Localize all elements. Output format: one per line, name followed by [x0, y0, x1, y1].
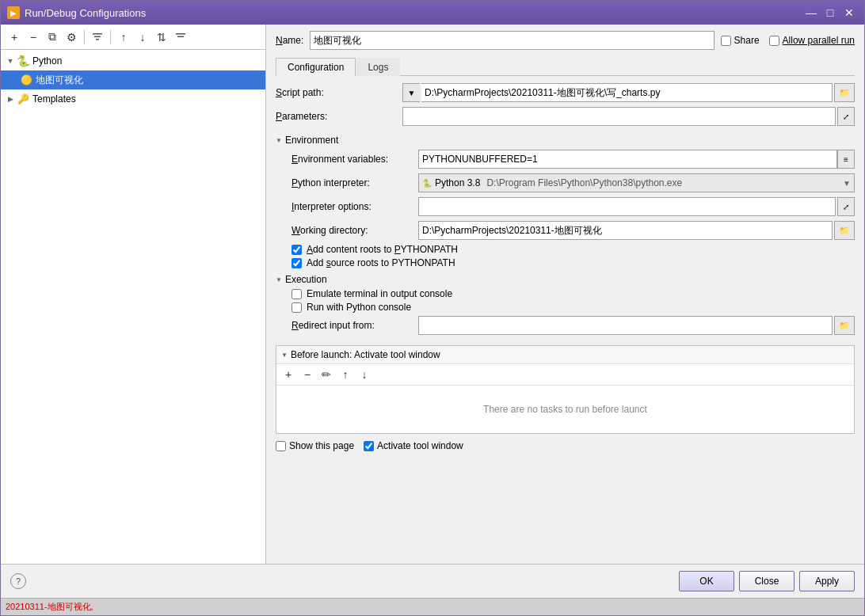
environment-section-title: Environment	[285, 135, 338, 146]
status-text: 20210311-地图可视化,	[6, 601, 93, 613]
app-icon: ▶	[7, 6, 20, 19]
before-launch-up-btn[interactable]: ↑	[337, 366, 354, 383]
script-path-input[interactable]	[421, 83, 833, 102]
script-path-dropdown-btn[interactable]: ▼	[402, 83, 420, 102]
config-icon: 🟡	[20, 74, 32, 86]
maximize-button[interactable]: □	[821, 4, 839, 21]
env-collapse-icon[interactable]: ▼	[276, 137, 282, 144]
run-python-console-checkbox[interactable]	[292, 302, 302, 313]
before-launch-toolbar: + − ✏ ↑ ↓	[276, 364, 854, 386]
svg-rect-2	[96, 39, 99, 40]
parameters-expand-btn[interactable]: ⤢	[837, 107, 855, 126]
activate-tool-label[interactable]: Activate tool window	[364, 440, 463, 451]
interpreter-options-expand-btn[interactable]: ⤢	[837, 197, 855, 216]
move-down-button[interactable]: ↓	[134, 29, 151, 46]
name-field-label: Name:	[276, 35, 303, 46]
before-launch-title: Before launch: Activate tool window	[291, 349, 440, 360]
before-launch-collapse-icon[interactable]: ▼	[281, 352, 288, 359]
config-tree: ▼ 🐍 Python 🟡 地图可视化 ▶ 🔑	[1, 50, 265, 564]
python-group-label: Python	[32, 55, 62, 67]
tree-python-group[interactable]: ▼ 🐍 Python	[1, 51, 265, 70]
interpreter-options-row: Interpreter options: ⤢	[276, 196, 855, 217]
dialog-close-button[interactable]: Close	[739, 571, 795, 591]
filter2-button[interactable]	[172, 29, 189, 46]
interpreter-options-input[interactable]	[418, 197, 836, 216]
sort-button[interactable]: ⇅	[153, 29, 170, 46]
config-item-label: 地图可视化	[36, 74, 83, 87]
env-variables-input-group: ≡	[418, 150, 855, 169]
interpreter-select[interactable]: 🐍 Python 3.8 D:\Program Files\Python\Pyt…	[418, 173, 855, 192]
name-input[interactable]	[310, 31, 714, 50]
execution-collapse-icon[interactable]: ▼	[276, 276, 282, 283]
help-button[interactable]: ?	[10, 573, 26, 589]
add-content-roots-row: Add content roots to PYTHONPATH	[276, 244, 855, 255]
working-directory-input[interactable]	[418, 221, 833, 240]
redirect-input-browse-btn[interactable]: 📁	[834, 316, 855, 335]
emulate-terminal-checkbox[interactable]	[292, 289, 302, 299]
status-bar: 20210311-地图可视化,	[1, 598, 864, 615]
share-checkbox[interactable]	[721, 36, 731, 46]
settings-button[interactable]: ⚙	[63, 29, 80, 46]
left-toolbar: + − ⧉ ⚙ ↑ ↓ ⇅	[1, 25, 265, 50]
allow-parallel-label[interactable]: Allow parallel run	[769, 35, 855, 46]
name-row: Name: Share Allow parallel run	[276, 31, 855, 50]
execution-section-title: Execution	[285, 274, 327, 285]
env-variables-edit-btn[interactable]: ≡	[837, 150, 855, 169]
window-title: Run/Debug Configurations	[25, 7, 146, 19]
share-checkbox-label[interactable]: Share	[721, 35, 760, 46]
add-source-roots-label: Add source roots to PYTHONPATH	[307, 257, 455, 268]
add-source-roots-row: Add source roots to PYTHONPATH	[276, 257, 855, 268]
ok-button[interactable]: OK	[679, 571, 734, 591]
close-window-button[interactable]: ✕	[840, 4, 858, 21]
working-directory-browse-btn[interactable]: 📁	[834, 221, 855, 240]
environment-section-header: ▼ Environment	[276, 135, 855, 146]
tree-config-item[interactable]: 🟡 地图可视化	[1, 70, 265, 89]
minimize-button[interactable]: —	[802, 4, 820, 21]
filter-button[interactable]	[89, 29, 106, 46]
add-content-roots-checkbox[interactable]	[292, 245, 302, 255]
before-launch-edit-btn[interactable]: ✏	[318, 366, 335, 383]
svg-rect-3	[176, 33, 185, 35]
py-badge: 🐍	[422, 179, 432, 188]
bottom-options: Show this page Activate tool window	[276, 440, 855, 451]
before-launch-down-btn[interactable]: ↓	[356, 366, 373, 383]
interpreter-version: Python 3.8	[435, 177, 480, 188]
svg-rect-0	[93, 33, 102, 35]
show-page-checkbox[interactable]	[276, 441, 286, 451]
interpreter-select-inner: 🐍 Python 3.8 D:\Program Files\Python\Pyt…	[422, 177, 843, 188]
tab-logs[interactable]: Logs	[356, 58, 400, 76]
svg-rect-1	[94, 36, 101, 37]
interpreter-path: D:\Program Files\Python\Python38\python.…	[486, 177, 682, 188]
script-path-browse-btn[interactable]: 📁	[834, 83, 855, 102]
redirect-input-group: 📁	[418, 316, 855, 335]
before-launch-add-btn[interactable]: +	[280, 366, 297, 383]
add-source-roots-checkbox[interactable]	[292, 258, 302, 268]
templates-toggle: ▶	[4, 93, 17, 105]
before-launch-header: ▼ Before launch: Activate tool window	[276, 346, 854, 364]
title-bar: ▶ Run/Debug Configurations — □ ✕	[1, 1, 864, 25]
parameters-row: Parameters: ⤢	[276, 106, 855, 127]
move-up-button[interactable]: ↑	[115, 29, 132, 46]
redirect-input-field[interactable]	[418, 316, 833, 335]
add-config-button[interactable]: +	[6, 29, 23, 46]
copy-config-button[interactable]: ⧉	[44, 29, 61, 46]
title-bar-buttons: — □ ✕	[802, 4, 858, 21]
env-variables-label: Environment variables:	[292, 154, 418, 165]
env-variables-row: Environment variables: ≡	[276, 149, 855, 169]
svg-rect-4	[177, 36, 184, 37]
tab-configuration[interactable]: Configuration	[276, 58, 356, 76]
env-variables-input[interactable]	[418, 150, 837, 169]
script-path-row: Script path: ▼ 📁	[276, 82, 855, 103]
apply-button[interactable]: Apply	[799, 571, 855, 591]
tree-templates-item[interactable]: ▶ 🔑 Templates	[1, 89, 265, 108]
remove-config-button[interactable]: −	[25, 29, 42, 46]
before-launch-remove-btn[interactable]: −	[299, 366, 316, 383]
activate-tool-checkbox[interactable]	[364, 441, 374, 451]
redirect-input-label: Redirect input from:	[292, 320, 418, 331]
parameters-input[interactable]	[402, 107, 836, 126]
activate-tool-text: Activate tool window	[377, 440, 463, 451]
allow-parallel-checkbox[interactable]	[769, 36, 779, 46]
script-path-label: Script path:	[276, 87, 402, 98]
interpreter-options-input-group: ⤢	[418, 197, 855, 216]
show-page-label[interactable]: Show this page	[276, 440, 354, 451]
